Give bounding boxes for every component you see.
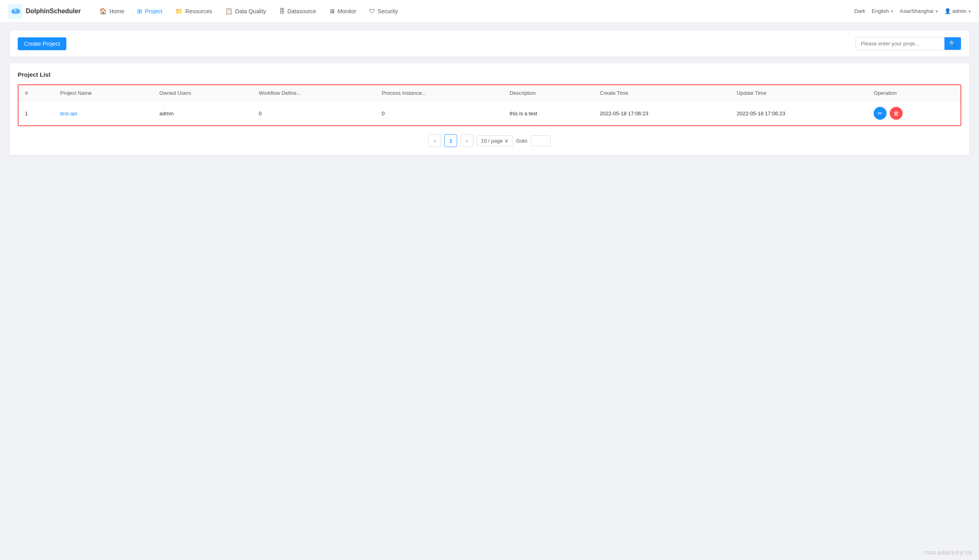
data-quality-icon: 📋 xyxy=(225,8,233,15)
chevron-right-icon: › xyxy=(466,138,468,144)
nav-item-monitor[interactable]: 🖥 Monitor xyxy=(323,4,362,18)
navbar-right: Dark English ∨ Asia/Shanghai ∨ 👤 admin ∨ xyxy=(854,8,971,14)
nav-item-monitor-label: Monitor xyxy=(337,8,356,14)
cell-workflow-define: 0 xyxy=(252,101,375,126)
edit-button[interactable]: ✏ xyxy=(874,107,887,120)
project-list-title: Project List xyxy=(18,71,961,78)
cell-owned-users: admin xyxy=(153,101,252,126)
col-header-update-time: Update Time xyxy=(730,85,867,101)
create-project-button[interactable]: Create Project xyxy=(18,37,66,50)
table-header-row: # Project Name Owned Users Workflow Defi… xyxy=(18,85,961,101)
cell-process-instance: 0 xyxy=(376,101,503,126)
nav-item-resources[interactable]: 📁 Resources xyxy=(170,4,218,18)
language-selector[interactable]: English ∨ xyxy=(872,8,893,14)
cell-index: 1 xyxy=(18,101,53,126)
security-icon: 🛡 xyxy=(369,8,375,14)
monitor-icon: 🖥 xyxy=(329,8,335,14)
theme-toggle[interactable]: Dark xyxy=(854,8,865,14)
project-table: # Project Name Owned Users Workflow Defi… xyxy=(18,85,961,125)
project-list-card: Project List # Project Name Owned Users … xyxy=(10,63,969,155)
nav-item-resources-label: Resources xyxy=(185,8,212,14)
nav-item-datasource-label: Datasource xyxy=(287,8,316,14)
nav-item-security[interactable]: 🛡 Security xyxy=(363,4,404,18)
pagination: ‹ 1 › 10 / page ∨ Goto xyxy=(18,134,961,147)
prev-page-button[interactable]: ‹ xyxy=(428,134,441,147)
user-label: admin xyxy=(952,8,967,14)
nav-item-project[interactable]: ⊞ Project xyxy=(131,4,168,18)
table-header: # Project Name Owned Users Workflow Defi… xyxy=(18,85,961,101)
col-header-index: # xyxy=(18,85,53,101)
page-size-chevron-icon: ∨ xyxy=(505,138,509,144)
table-row: 1 test-api admin 0 0 this is a test 2022… xyxy=(18,101,961,126)
col-header-owned-users: Owned Users xyxy=(153,85,252,101)
col-header-process-instance: Process Instance... xyxy=(376,85,503,101)
theme-label: Dark xyxy=(854,8,865,14)
col-header-create-time: Create Time xyxy=(593,85,731,101)
page-size-selector[interactable]: 10 / page ∨ xyxy=(476,135,513,146)
delete-icon: 🗑 xyxy=(893,110,899,116)
nav-item-security-label: Security xyxy=(378,8,398,14)
user-icon: 👤 xyxy=(944,8,951,14)
operation-buttons: ✏ 🗑 xyxy=(874,107,954,120)
timezone-selector[interactable]: Asia/Shanghai ∨ xyxy=(900,8,938,14)
navbar: DolphinScheduler 🏠 Home ⊞ Project 📁 Reso… xyxy=(0,0,979,22)
delete-button[interactable]: 🗑 xyxy=(890,107,903,120)
col-header-workflow-define: Workflow Define... xyxy=(252,85,375,101)
timezone-label: Asia/Shanghai xyxy=(900,8,934,14)
page-1-label: 1 xyxy=(449,138,452,144)
search-icon: 🔍 xyxy=(949,41,956,47)
search-box: 🔍 xyxy=(856,37,961,50)
nav-item-home[interactable]: 🏠 Home xyxy=(94,4,130,18)
nav-item-project-label: Project xyxy=(145,8,162,14)
logo-icon xyxy=(8,4,23,18)
cell-project-name: test-api xyxy=(53,101,153,126)
brand-label: DolphinScheduler xyxy=(26,8,81,15)
footer-watermark: CSDN @勇敢羊羊在飞奔 xyxy=(924,550,973,556)
col-header-operation: Operation xyxy=(867,85,961,101)
search-button[interactable]: 🔍 xyxy=(944,37,961,50)
page-1-button[interactable]: 1 xyxy=(444,134,457,147)
nav-item-data-quality-label: Data Quality xyxy=(235,8,266,14)
timezone-dropdown-arrow: ∨ xyxy=(935,9,938,13)
project-link[interactable]: test-api xyxy=(60,110,77,116)
toolbar: Create Project 🔍 xyxy=(10,31,969,57)
logo[interactable]: DolphinScheduler xyxy=(8,4,81,18)
page-size-label: 10 / page xyxy=(481,138,503,144)
home-icon: 🏠 xyxy=(99,8,107,15)
col-header-project-name: Project Name xyxy=(53,85,153,101)
goto-label: Goto xyxy=(516,138,527,144)
nav-item-datasource[interactable]: 🗄 Datasource xyxy=(273,4,322,18)
project-table-wrapper: # Project Name Owned Users Workflow Defi… xyxy=(18,84,961,126)
user-menu[interactable]: 👤 admin ∨ xyxy=(944,8,971,14)
cell-create-time: 2022-05-18 17:06:23 xyxy=(593,101,731,126)
user-dropdown-arrow: ∨ xyxy=(968,9,971,13)
col-header-description: Description xyxy=(503,85,593,101)
project-icon: ⊞ xyxy=(137,8,142,15)
main-nav: 🏠 Home ⊞ Project 📁 Resources 📋 Data Qual… xyxy=(94,4,854,18)
table-body: 1 test-api admin 0 0 this is a test 2022… xyxy=(18,101,961,126)
cell-description: this is a test xyxy=(503,101,593,126)
chevron-left-icon: ‹ xyxy=(434,138,435,144)
edit-icon: ✏ xyxy=(878,110,883,116)
goto-input[interactable] xyxy=(531,135,551,146)
cell-update-time: 2022-05-18 17:06:23 xyxy=(730,101,867,126)
language-dropdown-arrow: ∨ xyxy=(891,9,893,13)
main-content: Create Project 🔍 Project List # Project … xyxy=(0,22,979,163)
resources-icon: 📁 xyxy=(175,8,183,15)
language-label: English xyxy=(872,8,889,14)
next-page-button[interactable]: › xyxy=(460,134,473,147)
nav-item-data-quality[interactable]: 📋 Data Quality xyxy=(220,4,272,18)
search-input[interactable] xyxy=(856,38,944,49)
nav-item-home-label: Home xyxy=(109,8,124,14)
cell-operation: ✏ 🗑 xyxy=(867,101,961,126)
datasource-icon: 🗄 xyxy=(279,8,285,14)
